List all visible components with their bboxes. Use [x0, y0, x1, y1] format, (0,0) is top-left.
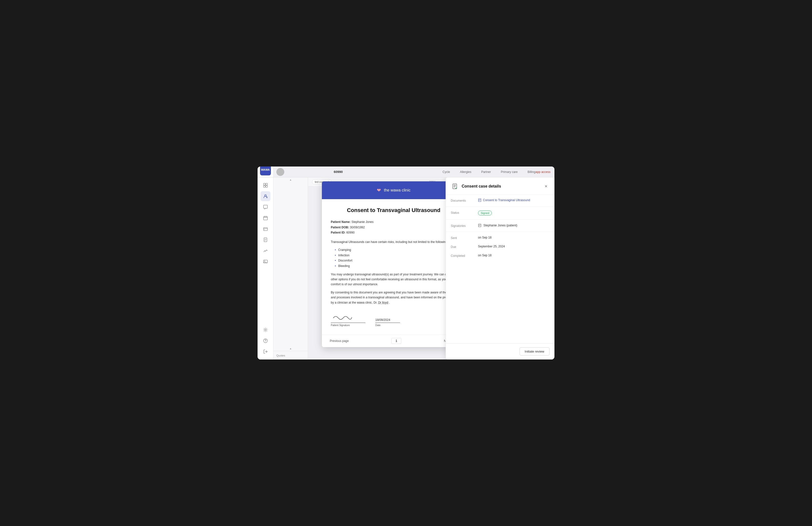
- signatories-label: Signatories: [451, 224, 473, 228]
- sidebar-item-settings[interactable]: [261, 325, 271, 335]
- status-badge: Signed: [478, 210, 492, 216]
- initiate-review-button[interactable]: Initiate review: [520, 347, 550, 355]
- scroll-up-indicator[interactable]: ▲: [273, 177, 308, 182]
- patient-dob-value: 30/09/1992: [350, 225, 365, 229]
- patient-id-display: 60990: [334, 170, 343, 174]
- sidebar-item-patients[interactable]: [261, 191, 271, 201]
- secondary-content: ▲ ▲ Quotes ted consent 2024 Remove filte…: [273, 177, 554, 360]
- svg-rect-3: [266, 186, 267, 187]
- doc-intro: Transvaginal Ultrasounds can have certai…: [331, 239, 456, 245]
- top-bar-right: app access: [535, 170, 550, 174]
- date-block: 18/09/2024 Date: [375, 318, 400, 326]
- doc-body: Consent to Transvaginal Ultrasound Patie…: [322, 199, 465, 335]
- close-panel-button[interactable]: ×: [542, 183, 550, 190]
- svg-point-15: [265, 342, 266, 342]
- doc-title: Consent to Transvaginal Ultrasound: [331, 207, 456, 214]
- risk-item-4: Bleeding: [335, 263, 456, 269]
- app-access-link[interactable]: app access: [535, 170, 550, 174]
- previous-page-button[interactable]: Previous page: [327, 338, 352, 344]
- sidebar-item-grid[interactable]: [261, 180, 271, 190]
- sidebar-item-analytics[interactable]: [261, 246, 271, 255]
- patient-info-block: Patient Name: Stephanie Jones Patient DO…: [331, 219, 456, 235]
- main-layout: ▲ ▲ Quotes ted consent 2024 Remove filte…: [258, 177, 554, 360]
- clinic-name: the wawa clinic: [384, 188, 411, 192]
- patient-id-value: 60990: [346, 231, 354, 234]
- documents-label: Documents: [451, 199, 473, 202]
- signature-line: [331, 313, 365, 323]
- due-value: September 25, 2024: [478, 245, 550, 248]
- app-logo: WA WA: [260, 166, 271, 175]
- page-number-input[interactable]: [391, 338, 401, 344]
- signatory-item: Stephanie Jones (patient): [478, 224, 550, 227]
- secondary-sidebar: ▲ ▲ Quotes: [273, 177, 308, 360]
- scroll-down-indicator[interactable]: ▲: [273, 346, 308, 351]
- svg-rect-8: [263, 228, 267, 231]
- sidebar-item-chat[interactable]: [261, 202, 271, 212]
- tab-billing[interactable]: Billing: [527, 170, 535, 174]
- consent-panel-header-icon: [451, 182, 459, 190]
- signatories-value: Stephanie Jones (patient): [478, 224, 550, 227]
- patient-name-value: Stephanie Jones: [351, 220, 373, 224]
- signatories-row: Signatories Stephanie Jones (patient): [446, 220, 554, 232]
- app-window: WA WA 60990 Cycle Allergies Partner Prim…: [258, 166, 554, 360]
- main-content: ted consent 2024 Remove filters ❤ the wa…: [308, 177, 554, 360]
- svg-point-9: [264, 229, 265, 230]
- risk-item-1: Cramping: [335, 247, 456, 253]
- patient-id-label: Patient ID:: [331, 231, 345, 234]
- clinic-heart-icon: ❤: [377, 187, 381, 193]
- svg-rect-0: [263, 183, 265, 185]
- svg-rect-7: [263, 217, 267, 220]
- document-link[interactable]: Consent to Transvaginal Ultrasound: [478, 199, 550, 202]
- tab-allergies[interactable]: Allergies: [460, 170, 471, 174]
- sidebar-item-calendar[interactable]: [261, 213, 271, 223]
- completed-label: Completed: [451, 253, 473, 258]
- sidebar-item-media[interactable]: [261, 257, 271, 266]
- sent-row: Sent on Sep 18: [446, 232, 554, 244]
- main-sidebar: [258, 177, 273, 360]
- sidebar-item-reports[interactable]: [261, 235, 271, 245]
- svg-point-12: [264, 261, 265, 262]
- document-icon: [478, 199, 481, 202]
- tab-partner[interactable]: Partner: [481, 170, 491, 174]
- tab-primary-care[interactable]: Primary care: [501, 170, 518, 174]
- top-bar: WA WA 60990 Cycle Allergies Partner Prim…: [258, 166, 554, 177]
- consent-panel-footer: Initiate review: [446, 343, 554, 360]
- user-avatar: [276, 168, 284, 176]
- svg-rect-2: [263, 186, 265, 187]
- doctor-name: Dr lloyd: [378, 301, 388, 304]
- tab-cycle[interactable]: Cycle: [443, 170, 450, 174]
- svg-rect-18: [478, 224, 481, 227]
- signatory-icon: [478, 224, 481, 227]
- doc-paragraph2: You may undergo transvaginal ultrasound(…: [331, 272, 456, 287]
- sent-label: Sent: [451, 236, 473, 240]
- quotes-label: Quotes: [276, 354, 285, 357]
- svg-rect-1: [266, 183, 267, 185]
- documents-value: Consent to Transvaginal Ultrasound: [478, 199, 550, 202]
- doc-paragraph3: By consenting to this document you are a…: [331, 290, 456, 305]
- signature-area: Patient Signature 18/09/2024 Date: [331, 313, 456, 326]
- document-viewer: ❤ the wawa clinic Consent to Transvagina…: [322, 181, 465, 347]
- sidebar-item-billing[interactable]: [261, 224, 271, 234]
- risks-list: Cramping Infection Discomfort Bleeding: [335, 247, 456, 269]
- sidebar-item-help[interactable]: [261, 336, 271, 346]
- signature-svg: [331, 313, 356, 322]
- doc-footer: Previous page Next page: [322, 335, 465, 347]
- consent-panel-body: Documents Consent to Transvaginal Ultras…: [446, 194, 554, 343]
- sidebar-item-logout[interactable]: [261, 347, 271, 356]
- sent-value: on Sep 18: [478, 236, 550, 239]
- consent-panel-title: Consent case details: [462, 184, 540, 189]
- signature-date: 18/09/2024: [375, 318, 400, 323]
- risk-item-2: Infection: [335, 253, 456, 258]
- patient-dob-label: Patient DOB:: [331, 225, 349, 229]
- sidebar-bottom: [261, 325, 271, 356]
- risk-item-3: Discomfort: [335, 258, 456, 263]
- top-nav-tabs: Cycle Allergies Partner Primary care Bil…: [443, 170, 535, 174]
- quotes-section: Quotes: [273, 351, 308, 360]
- patient-name-label: Patient Name:: [331, 220, 351, 224]
- svg-rect-6: [263, 205, 267, 208]
- status-value: Signed: [478, 210, 550, 216]
- svg-rect-11: [263, 260, 267, 263]
- patient-signature-block: Patient Signature: [331, 313, 365, 326]
- svg-point-13: [265, 329, 266, 331]
- patient-signature-label: Patient Signature: [331, 324, 350, 326]
